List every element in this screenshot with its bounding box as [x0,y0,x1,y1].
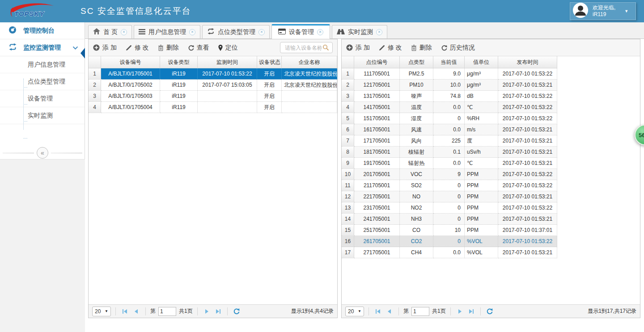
table-cell[interactable]: 2017-07-10 01:53:21 [498,147,557,158]
row-number-cell[interactable]: 12 [342,191,354,202]
table-cell[interactable]: 2017-07-10 01:53:21 [498,135,557,147]
table-cell[interactable]: 北京凌天世纪控股股份有限公司 [282,80,337,91]
table-cell[interactable]: 2017-07-10 01:53:22 [498,202,557,214]
table-row[interactable]: 10201705001VOC9PPM2017-07-10 01:53:22 [342,169,557,180]
table-cell[interactable]: 181705001 [354,147,400,158]
table-cell[interactable]: 开启 [257,68,282,80]
tab-device-mgmt[interactable]: 设备管理 × [271,24,330,39]
table-cell[interactable]: PM2.5 [400,68,433,80]
first-page-button[interactable] [120,307,129,316]
table-row[interactable]: 16261705001CO20%VOL2017-07-10 01:53:22 [342,236,557,247]
sidebar-item-user-info[interactable]: 用户信息管理 [0,56,85,73]
table-cell[interactable]: 噪声 [400,91,433,102]
table-row[interactable]: 15251705001CO10PPM2017-07-10 01:37:01 [342,225,557,236]
table-cell[interactable]: 0.0 [433,102,465,113]
table-cell[interactable]: 9.0 [433,68,465,80]
table-cell[interactable]: 0 [433,236,465,247]
table-cell[interactable]: PPM [465,191,498,202]
table-cell[interactable]: %RH [465,113,498,124]
close-icon[interactable]: × [189,29,195,35]
last-page-button[interactable] [467,307,476,316]
table-cell[interactable]: 141705001 [354,102,400,113]
row-number-cell[interactable]: 1 [89,68,101,80]
table-cell[interactable]: 2017-07-10 01:37:01 [498,225,557,236]
table-cell[interactable]: CO [400,225,433,236]
table-row[interactable]: 4141705001温度0.0℃2017-07-10 01:53:22 [342,102,557,113]
table-cell[interactable]: 0 [433,214,465,225]
row-number-cell[interactable]: 14 [342,214,354,225]
collapse-sidebar-button[interactable]: « [37,147,48,159]
search-input[interactable] [284,44,322,51]
tab-point-type[interactable]: 点位类型管理 × [202,25,270,38]
table-cell[interactable]: 2017-07-10 01:53:21 [498,158,557,169]
table-cell[interactable] [198,91,257,102]
table-cell[interactable]: 0.0 [433,124,465,135]
table-cell[interactable]: 261705001 [354,236,400,247]
edit-button[interactable]: 修 改 [126,44,149,52]
row-number-cell[interactable]: 3 [89,91,101,102]
column-header[interactable]: 发布时间 [498,56,557,68]
table-cell[interactable]: A/BJLT/0/1705001 [101,68,160,80]
table-cell[interactable]: 271705001 [354,247,400,258]
table-cell[interactable]: 2017-07-10 01:53:22 [498,113,557,124]
sidebar-item-realtime[interactable]: 实时监测 [0,107,85,124]
locate-button[interactable]: 定位 [218,44,238,52]
row-number-cell[interactable]: 8 [342,147,354,158]
row-number-cell[interactable]: 3 [342,91,354,102]
row-number-cell[interactable]: 6 [342,124,354,135]
table-cell[interactable]: 2017-07-10 01:53:22 [498,102,557,113]
table-cell[interactable]: 0 [433,191,465,202]
table-cell[interactable]: 0 [433,202,465,214]
table-cell[interactable]: NO2 [400,202,433,214]
row-number-cell[interactable]: 15 [342,225,354,236]
next-page-button[interactable] [455,307,464,316]
column-header[interactable]: 设备类型 [160,56,198,68]
row-number-cell[interactable]: 7 [342,135,354,147]
table-cell[interactable]: 2017-07-10 01:53:21 [498,191,557,202]
column-header[interactable]: 设备状态 [257,56,282,68]
delete-button[interactable]: 删除 [158,44,179,52]
table-cell[interactable]: PPM [465,214,498,225]
next-page-button[interactable] [202,307,211,316]
table-cell[interactable]: 2017-07-10 01:53:22 [198,68,257,80]
column-header[interactable]: 监测时间 [198,56,257,68]
table-cell[interactable]: PPM [465,180,498,191]
table-cell[interactable]: PPM [465,202,498,214]
sidebar-item-point-type[interactable]: 点位类型管理 [0,73,85,90]
table-cell[interactable] [282,102,337,113]
table-cell[interactable]: 221705001 [354,191,400,202]
add-button[interactable]: 添 加 [93,44,117,52]
table-row[interactable]: 1A/BJLT/0/1705001iR1192017-07-10 01:53:2… [89,68,337,80]
table-cell[interactable]: 231705001 [354,202,400,214]
table-cell[interactable]: 211705001 [354,180,400,191]
close-icon[interactable]: × [258,29,265,35]
table-cell[interactable]: 2017-07-07 15:03:05 [198,80,257,91]
prev-page-button[interactable] [385,307,394,316]
column-header[interactable]: 当前值 [433,56,465,68]
table-cell[interactable]: 开启 [257,91,282,102]
table-cell[interactable]: PM10 [400,80,433,91]
tab-realtime[interactable]: 实时监测 × [332,25,387,38]
chevron-down-icon[interactable]: ▼ [624,9,628,13]
prev-page-button[interactable] [132,307,141,316]
table-cell[interactable]: 北京凌天世纪控股股份有限公司 [282,68,337,80]
table-cell[interactable]: 0.0 [433,158,465,169]
row-number-cell[interactable]: 10 [342,169,354,180]
table-row[interactable]: 14241705001NH30PPM2017-07-10 01:53:21 [342,214,557,225]
close-icon[interactable]: × [376,29,382,35]
column-header[interactable] [342,56,354,68]
table-cell[interactable]: uSv/h [465,147,498,158]
page-number-input[interactable] [411,307,429,316]
row-number-cell[interactable]: 2 [342,80,354,91]
table-cell[interactable]: 251705001 [354,225,400,236]
page-number-input[interactable] [158,307,176,316]
table-row[interactable]: 8181705001核辐射0.1uSv/h2017-07-10 01:53:21 [342,147,557,158]
table-row[interactable]: 7171705001风向225度2017-07-10 01:53:21 [342,135,557,147]
table-cell[interactable]: NH3 [400,214,433,225]
sidebar-item-console[interactable]: 管理控制台 [0,22,85,39]
table-cell[interactable]: 9 [433,169,465,180]
table-cell[interactable]: 湿度 [400,113,433,124]
table-row[interactable]: 6161705001风速0.0m/s2017-07-10 01:53:21 [342,124,557,135]
row-number-cell[interactable]: 1 [342,68,354,80]
table-cell[interactable]: NO [400,191,433,202]
